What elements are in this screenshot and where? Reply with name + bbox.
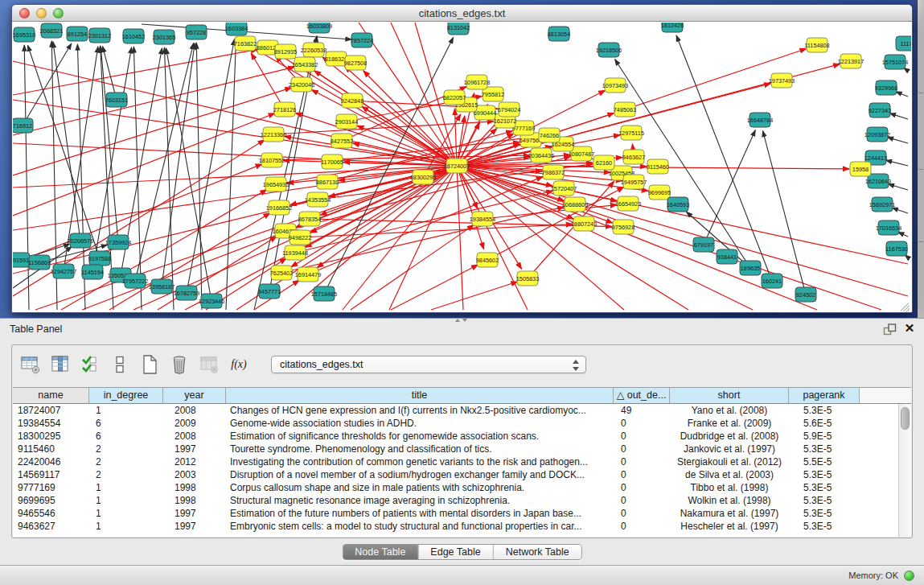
table-row[interactable]: 911546021997Tourette syndrome. Phenomeno… (13, 443, 898, 455)
network-node[interactable]: 7163822 (234, 36, 257, 51)
network-node[interactable]: 1505833 (516, 271, 539, 286)
scrollbar-thumb[interactable] (901, 407, 910, 430)
network-node[interactable]: 12923446 (199, 294, 224, 308)
network-node[interactable]: 19384554 (470, 212, 495, 226)
close-panel-icon[interactable]: ✕ (903, 322, 916, 335)
tab-network-table[interactable]: Network Table (494, 545, 581, 559)
network-node[interactable]: 1117 (896, 36, 911, 51)
function-builder-icon[interactable]: f(x) (228, 354, 249, 375)
delete-table-icon[interactable] (199, 354, 220, 375)
clear-selection-icon[interactable] (109, 354, 130, 375)
column-header-title[interactable]: title (226, 388, 614, 403)
network-node[interactable]: 12213366 (261, 127, 286, 142)
network-node[interactable]: 14353554 (305, 192, 331, 207)
column-header-pagerank[interactable]: pagerank (789, 388, 860, 403)
network-node[interactable]: 15692971 (869, 197, 895, 212)
network-node[interactable]: 16033809 (306, 23, 332, 33)
network-node[interactable]: 19495757 (621, 175, 647, 189)
network-node[interactable]: 19166852 (266, 200, 292, 215)
network-node[interactable]: 19218506 (596, 43, 622, 57)
network-node[interactable]: 9115460 (647, 159, 669, 174)
network-node[interactable]: 391591 (13, 253, 30, 267)
show-columns-icon[interactable] (50, 354, 71, 375)
network-node[interactable]: 10961728 (464, 75, 490, 89)
network-node[interactable]: 9242848 (341, 93, 363, 108)
network-node[interactable]: 7603151 (105, 93, 128, 107)
table-settings-icon[interactable] (20, 354, 41, 375)
select-columns-checks-icon[interactable] (80, 354, 101, 375)
network-canvas[interactable]: 1695310206832189125423013121610452230136… (13, 23, 911, 312)
network-node[interactable]: 6822057 (443, 90, 466, 105)
network-node[interactable]: 9463627 (622, 150, 645, 164)
table-row[interactable]: 977716911998Corpus callosum shape and si… (13, 481, 898, 494)
network-node[interactable]: 62160 (593, 155, 614, 170)
network-node[interactable]: 13958187 (149, 279, 175, 294)
network-node[interactable]: 8813054 (548, 27, 570, 41)
network-node[interactable]: 15720407 (551, 181, 577, 196)
network-node[interactable]: 891254 (67, 27, 88, 41)
network-node[interactable]: 15751074 (882, 55, 908, 69)
table-row[interactable]: 946554611997Estimation of the future num… (13, 507, 898, 520)
network-node[interactable]: 679197 (693, 237, 714, 252)
network-node[interactable]: 1156869 (28, 255, 51, 270)
network-node[interactable]: 160241 (762, 274, 782, 288)
network-node[interactable]: 924502 (795, 287, 816, 302)
table-row[interactable]: 1938455462009Genome-wide association stu… (13, 417, 898, 430)
table-row[interactable]: 1830029562008Estimation of significance … (13, 430, 898, 443)
network-node[interactable]: 2301312 (88, 28, 111, 43)
network-node[interactable]: 20206576 (68, 233, 93, 248)
minimize-window-icon[interactable] (36, 8, 47, 19)
network-node[interactable]: 17957222 (122, 274, 148, 288)
network-node[interactable]: 7986372 (542, 165, 565, 179)
network-node[interactable]: 8131042 (447, 23, 470, 35)
network-node[interactable]: 9227343 (869, 103, 891, 117)
network-node[interactable]: 1603384 (225, 23, 248, 35)
network-node[interactable]: 7485063 (614, 102, 636, 117)
network-node[interactable]: 10688609 (562, 197, 588, 212)
tab-node-table[interactable]: Node Table (343, 545, 418, 559)
zoom-window-icon[interactable] (53, 8, 64, 19)
network-node[interactable]: 1145194 (81, 265, 104, 279)
tab-edge-table[interactable]: Edge Table (418, 545, 493, 559)
network-node[interactable]: 11939448 (282, 245, 308, 260)
network-node[interactable]: 16914479 (295, 267, 321, 282)
table-row[interactable]: 2242004622012Investigating the contribut… (13, 455, 898, 468)
network-node[interactable]: 9329966 (875, 80, 897, 95)
table-source-select[interactable]: citations_edges.txt (271, 356, 586, 373)
network-node[interactable]: 12942757 (51, 264, 76, 278)
split-handle[interactable] (454, 318, 467, 322)
network-node[interactable]: 12213917 (838, 54, 864, 68)
new-column-icon[interactable] (139, 354, 160, 375)
network-node[interactable]: 716912 (13, 118, 33, 133)
network-node[interactable]: 957228 (186, 25, 207, 39)
column-header-out_de[interactable]: △ out_de... (614, 388, 670, 403)
network-node[interactable]: 15958 (850, 162, 871, 176)
resize-grip-icon[interactable] (899, 299, 910, 311)
network-node[interactable]: 18107552 (259, 153, 285, 167)
delete-column-icon[interactable] (169, 354, 190, 375)
column-header-short[interactable]: short (670, 388, 789, 403)
network-node[interactable]: 16648784 (747, 113, 773, 127)
network-node[interactable]: 2068321 (40, 23, 63, 38)
network-node[interactable]: 1812426 (661, 23, 684, 32)
float-panel-icon[interactable] (883, 323, 897, 336)
column-header-in_degree[interactable]: in_degree (89, 388, 163, 403)
network-node[interactable]: 9699695 (648, 185, 671, 200)
collapsed-panel-strip[interactable] (917, 0, 924, 318)
network-node[interactable]: 9197588 (88, 251, 111, 266)
network-node[interactable]: 19654935 (263, 177, 289, 192)
table-row[interactable]: 969969511998Structural magnetic resonanc… (13, 494, 898, 507)
network-node[interactable]: 8912935 (274, 44, 297, 59)
network-node[interactable]: 18300295 (410, 170, 436, 184)
network-node[interactable]: 7625402 (270, 266, 293, 280)
network-node[interactable]: 8427552 (331, 134, 353, 148)
table-row[interactable]: 1456911722003Disruption of a novel membe… (13, 468, 898, 481)
network-node[interactable]: 938441 (717, 249, 737, 264)
network-node[interactable]: 15718485 (311, 286, 337, 301)
network-node[interactable]: 9756928 (612, 220, 634, 234)
column-header-year[interactable]: year (163, 388, 226, 403)
network-node[interactable]: 10973493 (602, 78, 628, 93)
network-node[interactable]: 6794024 (498, 102, 520, 117)
close-window-icon[interactable] (19, 8, 30, 19)
network-node[interactable]: 16543382 (292, 57, 318, 72)
